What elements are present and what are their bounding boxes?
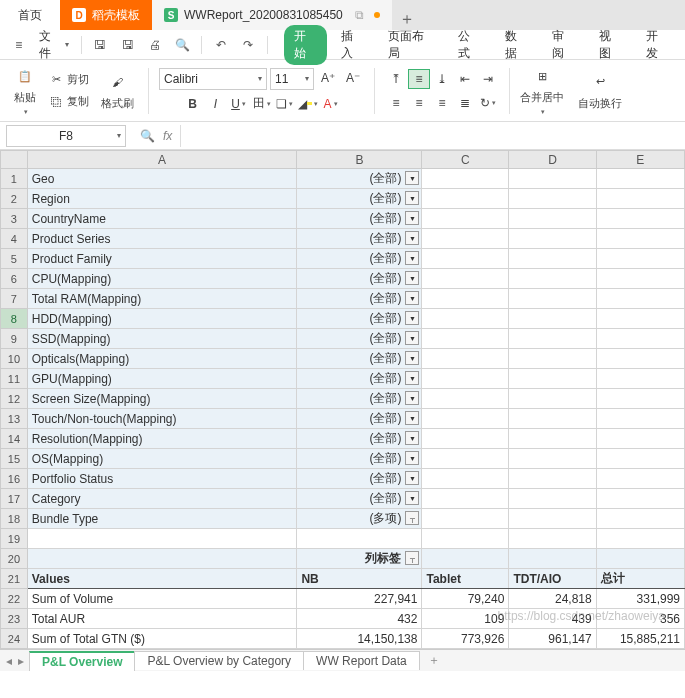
pivot-field-value[interactable]: (全部)▼ <box>297 289 422 309</box>
pivot-field-label[interactable]: Resolution(Mapping) <box>27 429 297 449</box>
menu-review[interactable]: 审阅 <box>542 25 585 65</box>
data-cell[interactable]: 773,926 <box>422 629 509 649</box>
row-header[interactable]: 2 <box>1 189 28 209</box>
col-total[interactable]: 总计 <box>596 569 684 589</box>
data-cell[interactable]: 356 <box>596 609 684 629</box>
row-header[interactable]: 20 <box>1 549 28 569</box>
align-left-button[interactable]: ≡ <box>385 93 407 113</box>
row-header[interactable]: 13 <box>1 409 28 429</box>
row-header[interactable]: 3 <box>1 209 28 229</box>
fx-icon[interactable]: fx <box>163 129 172 143</box>
menu-view[interactable]: 视图 <box>589 25 632 65</box>
print-preview-button[interactable]: 🔍 <box>170 33 195 57</box>
data-cell[interactable]: 432 <box>297 609 422 629</box>
save-button[interactable]: 🖫 <box>88 33 113 57</box>
data-row-label[interactable]: Sum of Total GTN ($) <box>27 629 297 649</box>
col-header[interactable]: A <box>27 151 297 169</box>
align-center-button[interactable]: ≡ <box>408 93 430 113</box>
font-name-select[interactable]: Calibri <box>159 68 267 90</box>
pivot-field-label[interactable]: Category <box>27 489 297 509</box>
name-box[interactable]: F8 <box>6 125 126 147</box>
row-header[interactable]: 21 <box>1 569 28 589</box>
pivot-field-value[interactable]: (全部)▼ <box>297 269 422 289</box>
increase-indent-button[interactable]: ⇥ <box>477 69 499 89</box>
data-cell[interactable]: 331,999 <box>596 589 684 609</box>
sheet-nav-next[interactable]: ▸ <box>18 654 24 668</box>
menu-button[interactable]: ≡ <box>6 33 31 57</box>
fill-style-button[interactable]: ❏ <box>274 94 296 114</box>
menu-data[interactable]: 数据 <box>495 25 538 65</box>
row-header[interactable]: 14 <box>1 429 28 449</box>
copy-button[interactable]: ⿻复制 <box>44 92 93 112</box>
sheet-nav-prev[interactable]: ◂ <box>6 654 12 668</box>
pivot-field-label[interactable]: Total RAM(Mapping) <box>27 289 297 309</box>
dropdown-icon[interactable]: ▼ <box>405 231 419 245</box>
save-as-button[interactable]: 🖫 <box>115 33 140 57</box>
pivot-field-label[interactable]: Touch/Non-touch(Mapping) <box>27 409 297 429</box>
filter-icon[interactable]: ┬ <box>405 551 419 565</box>
dropdown-icon[interactable]: ▼ <box>405 491 419 505</box>
row-header[interactable]: 12 <box>1 389 28 409</box>
pivot-field-label[interactable]: Geo <box>27 169 297 189</box>
pivot-field-value[interactable]: (全部)▼ <box>297 449 422 469</box>
pivot-field-label[interactable]: Screen Size(Mapping) <box>27 389 297 409</box>
dropdown-icon[interactable]: ┬ <box>405 511 419 525</box>
data-cell[interactable]: 24,818 <box>509 589 596 609</box>
row-header[interactable]: 4 <box>1 229 28 249</box>
undo-button[interactable]: ↶ <box>208 33 233 57</box>
merge-center-button[interactable]: ⊞ 合并居中 <box>516 63 568 119</box>
row-header[interactable]: 15 <box>1 449 28 469</box>
col-tablet[interactable]: Tablet <box>422 569 509 589</box>
add-sheet-button[interactable]: ＋ <box>420 652 448 669</box>
pivot-field-label[interactable]: Product Series <box>27 229 297 249</box>
data-cell[interactable]: 961,147 <box>509 629 596 649</box>
menu-insert[interactable]: 插入 <box>331 25 374 65</box>
pivot-field-label[interactable]: CountryName <box>27 209 297 229</box>
col-tdt-aio[interactable]: TDT/AIO <box>509 569 596 589</box>
decrease-indent-button[interactable]: ⇤ <box>454 69 476 89</box>
pivot-field-label[interactable]: SSD(Mapping) <box>27 329 297 349</box>
row-header[interactable]: 19 <box>1 529 28 549</box>
window-icon[interactable]: ⧉ <box>355 8 364 22</box>
pivot-field-label[interactable]: GPU(Mapping) <box>27 369 297 389</box>
dropdown-icon[interactable]: ▼ <box>405 311 419 325</box>
font-size-select[interactable]: 11 <box>270 68 314 90</box>
row-header[interactable]: 5 <box>1 249 28 269</box>
align-middle-button[interactable]: ≡ <box>408 69 430 89</box>
auto-wrap-button[interactable]: ↩ 自动换行 <box>574 63 626 119</box>
col-header[interactable]: B <box>297 151 422 169</box>
increase-font-button[interactable]: A⁺ <box>317 68 339 88</box>
dropdown-icon[interactable]: ▼ <box>405 291 419 305</box>
menu-page-layout[interactable]: 页面布局 <box>378 25 444 65</box>
pivot-field-label[interactable]: Opticals(Mapping) <box>27 349 297 369</box>
dropdown-icon[interactable]: ▼ <box>405 251 419 265</box>
dropdown-icon[interactable]: ▼ <box>405 431 419 445</box>
sheet-tab[interactable]: P&L Overview <box>29 651 135 671</box>
data-cell[interactable]: 439 <box>509 609 596 629</box>
dropdown-icon[interactable]: ▼ <box>405 351 419 365</box>
file-menu[interactable]: 文件▾ <box>33 28 74 62</box>
border-button[interactable]: 田 <box>251 94 273 114</box>
dropdown-icon[interactable]: ▼ <box>405 371 419 385</box>
decrease-font-button[interactable]: A⁻ <box>342 68 364 88</box>
tab-daoke[interactable]: D 稻壳模板 <box>60 0 152 30</box>
row-header[interactable]: 23 <box>1 609 28 629</box>
pivot-field-value[interactable]: (全部)▼ <box>297 189 422 209</box>
data-cell[interactable]: 14,150,138 <box>297 629 422 649</box>
menu-formula[interactable]: 公式 <box>448 25 491 65</box>
cut-button[interactable]: ✂剪切 <box>44 70 93 90</box>
align-top-button[interactable]: ⤒ <box>385 69 407 89</box>
row-header[interactable]: 6 <box>1 269 28 289</box>
pivot-col-label[interactable]: 列标签┬ <box>297 549 422 569</box>
pivot-field-label[interactable]: Bundle Type <box>27 509 297 529</box>
row-header[interactable]: 9 <box>1 329 28 349</box>
pivot-field-label[interactable]: OS(Mapping) <box>27 449 297 469</box>
row-header[interactable]: 22 <box>1 589 28 609</box>
pivot-field-label[interactable]: Region <box>27 189 297 209</box>
pivot-field-value[interactable]: (全部)▼ <box>297 329 422 349</box>
sheet-tab[interactable]: P&L Overview by Category <box>134 651 304 670</box>
row-header[interactable]: 10 <box>1 349 28 369</box>
col-header[interactable]: D <box>509 151 596 169</box>
tab-home[interactable]: 首页 <box>0 0 60 30</box>
pivot-field-value[interactable]: (全部)▼ <box>297 369 422 389</box>
